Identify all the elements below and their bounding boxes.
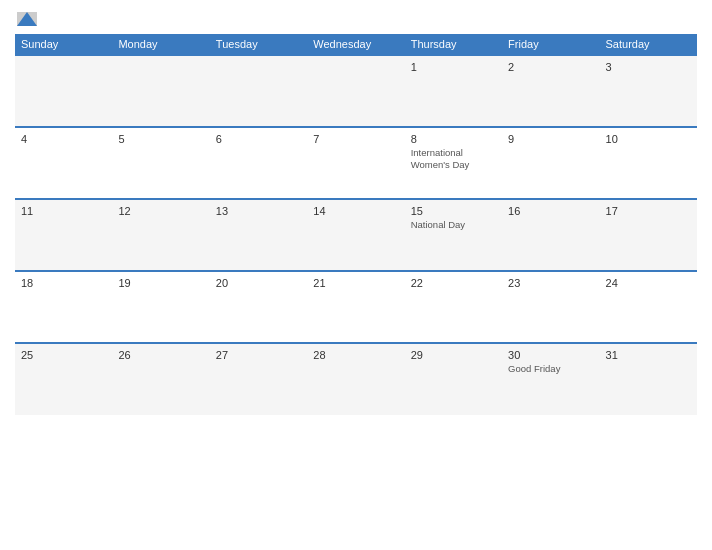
day-number: 2 [508,61,593,73]
calendar-cell: 10 [600,127,697,199]
holiday-name: Good Friday [508,363,593,375]
weekday-header-tuesday: Tuesday [210,34,307,55]
day-number: 26 [118,349,203,361]
day-number: 15 [411,205,496,217]
day-number: 13 [216,205,301,217]
day-number: 18 [21,277,106,289]
day-number: 21 [313,277,398,289]
calendar-week-row: 123 [15,55,697,127]
day-number: 1 [411,61,496,73]
day-number: 30 [508,349,593,361]
holiday-name: National Day [411,219,496,231]
day-number: 22 [411,277,496,289]
calendar-cell: 19 [112,271,209,343]
calendar-cell: 22 [405,271,502,343]
day-number: 29 [411,349,496,361]
day-number: 17 [606,205,691,217]
calendar-cell: 27 [210,343,307,415]
calendar-cell: 6 [210,127,307,199]
calendar-cell: 16 [502,199,599,271]
day-number: 5 [118,133,203,145]
weekday-header-monday: Monday [112,34,209,55]
calendar-cell: 25 [15,343,112,415]
day-number: 3 [606,61,691,73]
calendar-cell: 12 [112,199,209,271]
day-number: 23 [508,277,593,289]
calendar-cell: 28 [307,343,404,415]
day-number: 11 [21,205,106,217]
day-number: 6 [216,133,301,145]
calendar-cell: 15National Day [405,199,502,271]
calendar-cell [307,55,404,127]
calendar-cell: 13 [210,199,307,271]
day-number: 14 [313,205,398,217]
calendar-cell: 4 [15,127,112,199]
day-number: 12 [118,205,203,217]
day-number: 9 [508,133,593,145]
day-number: 27 [216,349,301,361]
calendar-cell [15,55,112,127]
weekday-header-saturday: Saturday [600,34,697,55]
weekday-header-thursday: Thursday [405,34,502,55]
calendar-cell: 2 [502,55,599,127]
calendar-cell: 20 [210,271,307,343]
calendar-cell: 1 [405,55,502,127]
day-number: 10 [606,133,691,145]
calendar-cell: 31 [600,343,697,415]
calendar-cell [112,55,209,127]
calendar-cell: 14 [307,199,404,271]
header [15,10,697,26]
day-number: 4 [21,133,106,145]
calendar-week-row: 18192021222324 [15,271,697,343]
calendar-cell: 29 [405,343,502,415]
day-number: 16 [508,205,593,217]
day-number: 19 [118,277,203,289]
calendar-cell: 18 [15,271,112,343]
calendar-week-row: 45678International Women's Day910 [15,127,697,199]
calendar-cell: 17 [600,199,697,271]
day-number: 7 [313,133,398,145]
calendar-cell: 30Good Friday [502,343,599,415]
day-number: 28 [313,349,398,361]
calendar-cell: 23 [502,271,599,343]
calendar-cell: 24 [600,271,697,343]
calendar-page: SundayMondayTuesdayWednesdayThursdayFrid… [0,0,712,550]
calendar-cell: 11 [15,199,112,271]
calendar-cell: 7 [307,127,404,199]
weekday-header-sunday: Sunday [15,34,112,55]
calendar-cell: 21 [307,271,404,343]
calendar-cell [210,55,307,127]
calendar-week-row: 252627282930Good Friday31 [15,343,697,415]
day-number: 24 [606,277,691,289]
day-number: 31 [606,349,691,361]
day-number: 20 [216,277,301,289]
calendar-cell: 5 [112,127,209,199]
logo-flag-icon [17,12,37,26]
day-number: 8 [411,133,496,145]
calendar-cell: 9 [502,127,599,199]
weekday-header-row: SundayMondayTuesdayWednesdayThursdayFrid… [15,34,697,55]
calendar-week-row: 1112131415National Day1617 [15,199,697,271]
logo [15,10,37,26]
weekday-header-wednesday: Wednesday [307,34,404,55]
calendar-table: SundayMondayTuesdayWednesdayThursdayFrid… [15,34,697,415]
day-number: 25 [21,349,106,361]
weekday-header-friday: Friday [502,34,599,55]
holiday-name: International Women's Day [411,147,496,172]
calendar-cell: 8International Women's Day [405,127,502,199]
calendar-cell: 26 [112,343,209,415]
calendar-cell: 3 [600,55,697,127]
